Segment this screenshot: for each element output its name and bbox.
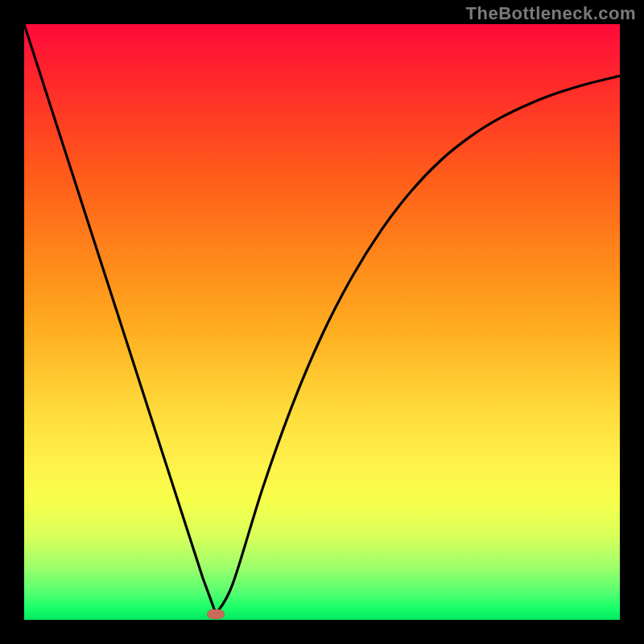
curve-svg [24, 24, 620, 620]
minimum-marker [207, 609, 225, 619]
bottleneck-curve [24, 24, 620, 614]
plot-area [24, 24, 620, 620]
watermark-text: TheBottleneck.com [466, 3, 636, 24]
chart-frame: TheBottleneck.com [0, 0, 644, 644]
